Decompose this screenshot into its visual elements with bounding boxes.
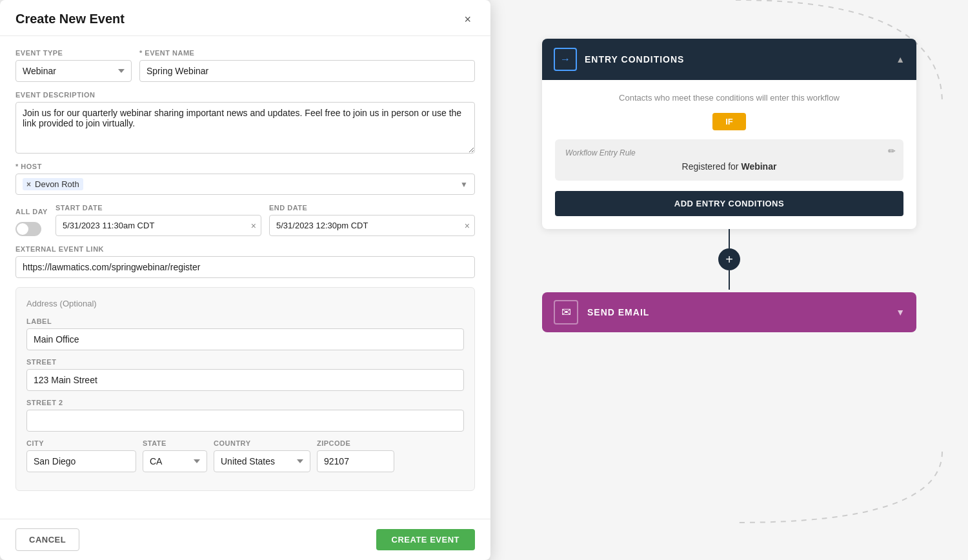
create-event-modal: Create New Event × EVENT TYPE Webinar * … <box>0 0 490 560</box>
city-state-row: CITY STATE CA COUNTRY United States Z <box>26 439 464 472</box>
cancel-button[interactable]: CANCEL <box>15 528 79 551</box>
create-event-button[interactable]: CREATE EVENT <box>376 529 475 550</box>
start-date-group: START DATE × <box>55 204 261 236</box>
street2-group: STREET 2 <box>26 399 464 432</box>
workflow-rule-box: ✏ Workflow Entry Rule Registered for Web… <box>555 139 903 181</box>
street-input[interactable] <box>26 369 464 391</box>
start-date-clear-button[interactable]: × <box>251 221 256 230</box>
state-group: STATE CA <box>143 439 207 472</box>
connector-line-bottom <box>729 270 730 290</box>
entry-conditions-body: Contacts who meet these conditions will … <box>542 80 916 229</box>
send-email-left: ✉ SEND EMAIL <box>554 300 649 325</box>
rule-bold-text: Webinar <box>741 161 776 172</box>
external-link-group: EXTERNAL EVENT LINK <box>15 245 475 278</box>
zipcode-input[interactable] <box>317 450 394 472</box>
address-optional-text: (Optional) <box>60 299 97 308</box>
workflow-content: → ENTRY CONDITIONS ▲ Contacts who meet t… <box>536 39 923 332</box>
address-title-text: Address <box>26 299 57 308</box>
rule-value: Registered for Webinar <box>565 161 893 172</box>
host-tag-name: Devon Roth <box>35 179 79 189</box>
entry-conditions-header: → ENTRY CONDITIONS ▲ <box>542 39 916 80</box>
city-group: CITY <box>26 439 136 472</box>
entry-chevron-icon[interactable]: ▲ <box>896 54 905 65</box>
modal-close-button[interactable]: × <box>460 12 475 26</box>
external-link-input[interactable] <box>15 256 475 278</box>
end-date-field: × <box>269 215 475 236</box>
if-badge-container: IF <box>555 113 903 139</box>
host-tag-remove[interactable]: × <box>26 180 31 189</box>
end-date-clear-button[interactable]: × <box>465 221 470 230</box>
envelope-icon: ✉ <box>561 305 571 319</box>
entry-header-left: → ENTRY CONDITIONS <box>554 48 684 71</box>
state-select[interactable]: CA <box>143 450 207 472</box>
street2-label: STREET 2 <box>26 399 464 406</box>
host-tag: × Devon Roth <box>23 178 83 190</box>
allday-date-row: ALL DAY START DATE × END DATE <box>15 204 475 236</box>
send-email-icon-wrap: ✉ <box>554 300 578 325</box>
end-date-group: END DATE × <box>269 204 475 236</box>
address-section: Address (Optional) LABEL STREET STREET 2 <box>15 287 475 491</box>
street-group: STREET <box>26 358 464 391</box>
event-name-label: * EVENT NAME <box>139 49 475 57</box>
arrow-right-icon: → <box>560 54 570 65</box>
city-label: CITY <box>26 439 136 447</box>
label-field-label: LABEL <box>26 317 464 325</box>
event-description-label: EVENT DESCRIPTION <box>15 91 475 99</box>
allday-toggle[interactable] <box>15 222 41 236</box>
rule-label: Workflow Entry Rule <box>565 148 893 157</box>
edit-rule-button[interactable]: ✏ <box>888 146 896 156</box>
host-chevron-icon: ▼ <box>460 180 468 189</box>
event-name-group: * EVENT NAME <box>139 49 475 82</box>
host-label: * HOST <box>15 163 475 170</box>
allday-label: ALL DAY <box>15 208 48 215</box>
event-description-textarea[interactable] <box>15 102 475 154</box>
country-label: COUNTRY <box>214 439 310 447</box>
address-label-group: LABEL <box>26 317 464 350</box>
event-type-group: EVENT TYPE Webinar <box>15 49 132 82</box>
event-description-group: EVENT DESCRIPTION <box>15 91 475 154</box>
entry-conditions-card: → ENTRY CONDITIONS ▲ Contacts who meet t… <box>542 39 916 229</box>
city-input[interactable] <box>26 450 136 472</box>
send-email-title: SEND EMAIL <box>587 307 649 317</box>
modal-header: Create New Event × <box>0 0 490 36</box>
entry-icon-wrap: → <box>554 48 577 71</box>
event-name-input[interactable] <box>139 60 475 82</box>
country-select[interactable]: United States <box>214 450 310 472</box>
zipcode-group: ZIPCODE <box>317 439 394 472</box>
start-date-input[interactable] <box>55 215 261 236</box>
rule-value-text: Registered for <box>682 161 739 172</box>
street2-input[interactable] <box>26 410 464 432</box>
modal-footer: CANCEL CREATE EVENT <box>0 519 490 560</box>
connector-line-top <box>729 229 730 248</box>
host-group: * HOST × Devon Roth ▼ <box>15 163 475 195</box>
send-email-card[interactable]: ✉ SEND EMAIL ▼ <box>542 292 916 332</box>
external-link-label: EXTERNAL EVENT LINK <box>15 245 475 253</box>
address-title: Address (Optional) <box>26 298 464 308</box>
add-entry-conditions-button[interactable]: ADD ENTRY CONDITIONS <box>555 191 903 216</box>
host-field[interactable]: × Devon Roth ▼ <box>15 174 475 195</box>
allday-group: ALL DAY <box>15 208 48 236</box>
toggle-track <box>15 222 41 236</box>
add-step-button[interactable]: + <box>718 248 740 270</box>
label-field-input[interactable] <box>26 328 464 350</box>
modal-title: Create New Event <box>15 12 125 26</box>
entry-subtitle: Contacts who meet these conditions will … <box>555 93 903 103</box>
workflow-panel: → ENTRY CONDITIONS ▲ Contacts who meet t… <box>490 0 968 560</box>
country-group: COUNTRY United States <box>214 439 310 472</box>
event-type-label: EVENT TYPE <box>15 49 132 57</box>
end-date-label: END DATE <box>269 204 475 212</box>
event-type-name-row: EVENT TYPE Webinar * EVENT NAME <box>15 49 475 82</box>
street-label: STREET <box>26 358 464 366</box>
event-type-select[interactable]: Webinar <box>15 60 132 82</box>
send-email-chevron-icon[interactable]: ▼ <box>896 307 905 317</box>
entry-conditions-title: ENTRY CONDITIONS <box>585 54 684 65</box>
end-date-input[interactable] <box>269 215 475 236</box>
zipcode-label: ZIPCODE <box>317 439 394 447</box>
start-date-label: START DATE <box>55 204 261 212</box>
state-label: STATE <box>143 439 207 447</box>
toggle-thumb <box>17 223 28 235</box>
start-date-field: × <box>55 215 261 236</box>
if-badge: IF <box>712 113 746 130</box>
modal-body: EVENT TYPE Webinar * EVENT NAME EVENT DE… <box>0 36 490 519</box>
